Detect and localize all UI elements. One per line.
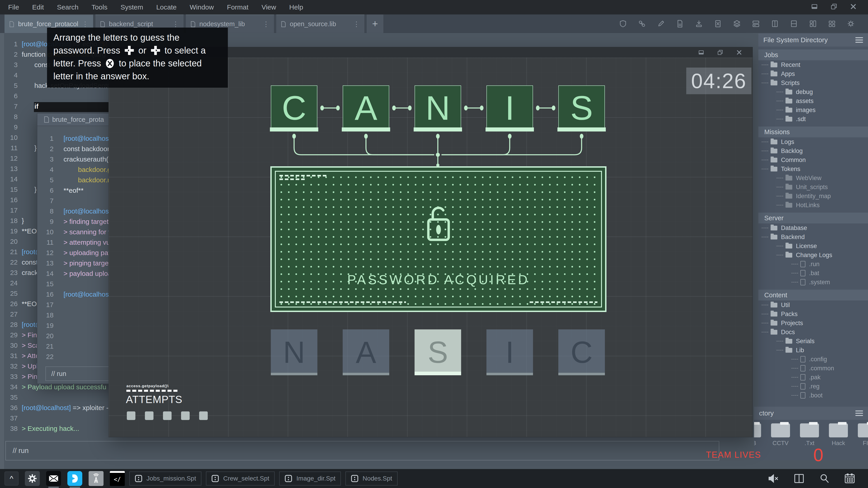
- run-command-input[interactable]: // run: [5, 441, 719, 460]
- download-icon[interactable]: [694, 19, 704, 28]
- tree-item--common[interactable]: .common: [758, 364, 868, 373]
- columns-layout-icon[interactable]: [770, 19, 779, 28]
- tab-menu-dots[interactable]: ⋮: [263, 20, 270, 28]
- tree-item-packs[interactable]: Packs: [758, 310, 868, 319]
- menu-item-search[interactable]: Search: [57, 3, 79, 11]
- split-horizontal-icon[interactable]: [789, 19, 798, 28]
- app-chevron-icon[interactable]: [67, 471, 82, 486]
- menu-item-edit[interactable]: Edit: [32, 3, 44, 11]
- tree-item-common[interactable]: Common: [758, 156, 868, 164]
- tree-item-logs[interactable]: Logs: [758, 137, 868, 147]
- menu-item-file[interactable]: File: [8, 3, 19, 11]
- menu-item-view[interactable]: View: [261, 3, 276, 11]
- close-icon[interactable]: [849, 3, 857, 10]
- close-icon[interactable]: [736, 49, 743, 56]
- layers-icon[interactable]: [733, 19, 741, 28]
- tree-item-serials[interactable]: Serials: [758, 337, 868, 346]
- menu-item-system[interactable]: System: [121, 3, 143, 11]
- letter-tile[interactable]: A: [343, 329, 389, 375]
- tree-item-scripts[interactable]: Scripts: [758, 78, 868, 88]
- tree-item-identity-map[interactable]: Identity_map: [758, 192, 868, 201]
- tree-item-change-logs[interactable]: Change Logs: [758, 251, 868, 260]
- settings-gear-icon[interactable]: [25, 471, 40, 486]
- tree-item-label: Logs: [781, 138, 794, 145]
- letter-tile[interactable]: N: [271, 329, 317, 375]
- link-icon[interactable]: [638, 19, 647, 28]
- folder-hack[interactable]: Hack: [827, 423, 850, 447]
- task-button-image-dir-spt[interactable]: Image_dir.Spt: [279, 471, 341, 486]
- menu-item-tools[interactable]: Tools: [92, 3, 107, 11]
- hamburger-menu-icon[interactable]: [855, 409, 863, 417]
- add-tab-button[interactable]: +: [367, 14, 383, 33]
- minimize-icon[interactable]: [698, 49, 705, 56]
- tree-item-images[interactable]: images: [758, 105, 868, 115]
- tree-item-assets[interactable]: assets: [758, 96, 868, 105]
- tree-item--bat[interactable]: .bat: [758, 269, 868, 278]
- tree-item--sdt[interactable]: .sdt: [758, 115, 868, 124]
- tree-section-jobs[interactable]: Jobs: [758, 50, 868, 60]
- mail-icon[interactable]: [46, 471, 61, 486]
- tree-item-backend[interactable]: Backend: [758, 232, 868, 241]
- search-icon[interactable]: [819, 473, 830, 484]
- tree-section-missions[interactable]: Missions: [758, 127, 868, 137]
- tree-item-debug[interactable]: debug: [758, 88, 868, 96]
- tab-menu-dots[interactable]: ⋮: [82, 20, 89, 28]
- folder-fib[interactable]: FIB: [754, 423, 764, 447]
- tree-item-tokens[interactable]: Tokens: [758, 164, 868, 173]
- tree-item-webview[interactable]: WebView: [758, 173, 868, 183]
- task-button-crew-select-spt[interactable]: Crew_select.Spt: [206, 471, 275, 486]
- tree-item-docs[interactable]: Docs: [758, 328, 868, 337]
- letter-tile[interactable]: C: [558, 329, 605, 375]
- menu-item-help[interactable]: Help: [289, 3, 303, 11]
- folder-cctv[interactable]: CCTV: [769, 423, 793, 447]
- task-button-nodes-spt[interactable]: Nodes.Spt: [345, 471, 398, 486]
- menu-item-format[interactable]: Format: [227, 3, 248, 11]
- tree-item--reg[interactable]: .reg: [758, 382, 868, 391]
- file-icon[interactable]: [675, 19, 684, 28]
- letter-tile[interactable]: I: [487, 329, 533, 375]
- gear-icon[interactable]: [846, 19, 855, 28]
- tree-item-license[interactable]: License: [758, 241, 868, 251]
- pencil-icon[interactable]: [656, 19, 665, 28]
- shield-icon[interactable]: [618, 19, 627, 28]
- task-button-jobs-mission-spt[interactable]: Jobs_mission.Spt: [129, 471, 202, 486]
- folder-txt[interactable]: .Txt: [798, 423, 822, 447]
- tree-item--boot[interactable]: .boot: [758, 391, 868, 400]
- terminal-icon[interactable]: </: [110, 471, 125, 486]
- rows-layout-icon[interactable]: [751, 19, 761, 28]
- menu-item-locate[interactable]: Locate: [156, 3, 177, 11]
- minimize-icon[interactable]: [811, 3, 818, 10]
- tree-item-projects[interactable]: Projects: [758, 319, 868, 328]
- tree-item-hotlinks[interactable]: HotLinks: [758, 201, 868, 210]
- menu-item-window[interactable]: Window: [190, 3, 214, 11]
- tree-item-apps[interactable]: Apps: [758, 69, 868, 78]
- calendar-icon[interactable]: [844, 473, 855, 484]
- tree-item--pak[interactable]: .pak: [758, 373, 868, 382]
- hamburger-menu-icon[interactable]: [855, 36, 863, 44]
- tree-item-recent[interactable]: Recent: [758, 60, 868, 69]
- restore-icon[interactable]: [717, 49, 723, 56]
- tree-item--system[interactable]: .system: [758, 278, 868, 287]
- tree-section-server[interactable]: Server: [758, 213, 868, 223]
- tree-section-content[interactable]: Content: [758, 290, 868, 300]
- taskbar-expand-button[interactable]: ^: [4, 471, 19, 486]
- tab-open_source.lib[interactable]: open_source.lib⋮: [276, 14, 364, 33]
- tree-item--run[interactable]: .run: [758, 260, 868, 269]
- tree-item--config[interactable]: .config: [758, 355, 868, 364]
- panels-icon[interactable]: [808, 19, 817, 28]
- split-view-icon[interactable]: [794, 473, 805, 484]
- tree-item-unit-scripts[interactable]: Unit_scripts: [758, 183, 868, 192]
- restore-icon[interactable]: [830, 3, 838, 10]
- volume-muted-icon[interactable]: [768, 473, 779, 484]
- folder-fib[interactable]: FIB: [855, 423, 868, 447]
- frame-x-icon[interactable]: [713, 19, 722, 28]
- tab-menu-dots[interactable]: ⋮: [172, 20, 179, 28]
- tree-item-database[interactable]: Database: [758, 223, 868, 232]
- tab-menu-dots[interactable]: ⋮: [353, 20, 360, 28]
- grid-icon[interactable]: [827, 19, 836, 28]
- tree-item-util[interactable]: Util: [758, 300, 868, 310]
- tree-item-lib[interactable]: Lib: [758, 346, 868, 355]
- tree-item-backlog[interactable]: Backlog: [758, 147, 868, 156]
- letter-tile-selected[interactable]: S: [414, 329, 461, 375]
- antenna-icon[interactable]: [89, 471, 103, 486]
